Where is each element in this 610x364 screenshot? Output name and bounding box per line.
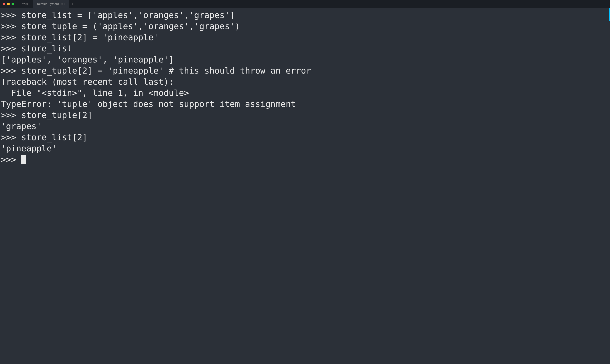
maximize-button[interactable] [12, 3, 14, 5]
terminal-line: >>> store_tuple[2] [1, 110, 609, 121]
terminal-line: 'pineapple' [1, 143, 609, 154]
terminal-line: ['apples', 'oranges', 'pineapple'] [1, 54, 609, 65]
tab-2-label: Default (Python) [37, 2, 59, 6]
tab-2-shortcut: ⌘1 [61, 2, 65, 6]
terminal-line: TypeError: 'tuple' object does not suppo… [1, 98, 609, 110]
window-controls [3, 3, 14, 5]
new-tab-button[interactable]: + [69, 0, 76, 8]
terminal-prompt: >>> [1, 155, 21, 164]
tab-2[interactable]: Default (Python) ⌘1 [33, 0, 69, 8]
terminal-line: >>> store_list[2] [1, 132, 609, 143]
terminal-line: >>> store_tuple[2] = 'pineapple' # this … [1, 65, 609, 76]
terminal-line: 'grapes' [1, 121, 609, 132]
terminal-content[interactable]: >>> store_list = ['apples','oranges','gr… [0, 8, 610, 167]
minimize-button[interactable] [7, 3, 10, 5]
plus-icon: + [72, 2, 73, 6]
title-bar: ⌥⌘1 Default (Python) ⌘1 + [0, 0, 610, 8]
terminal-line: >>> store_list[2] = 'pineapple' [1, 32, 609, 43]
close-button[interactable] [3, 3, 5, 5]
tab-1-label: ⌥⌘1 [22, 2, 29, 6]
tabs-container: ⌥⌘1 Default (Python) ⌘1 + [19, 0, 76, 8]
terminal-prompt-line: >>> [1, 154, 609, 165]
terminal-line: File "<stdin>", line 1, in <module> [1, 87, 609, 98]
terminal-line: >>> store_list = ['apples','oranges','gr… [1, 10, 609, 21]
cursor [21, 155, 26, 164]
terminal-line: >>> store_tuple = ('apples','oranges','g… [1, 21, 609, 32]
terminal-line: >>> store_list [1, 43, 609, 54]
tab-1[interactable]: ⌥⌘1 [19, 0, 33, 8]
terminal-line: Traceback (most recent call last): [1, 76, 609, 87]
